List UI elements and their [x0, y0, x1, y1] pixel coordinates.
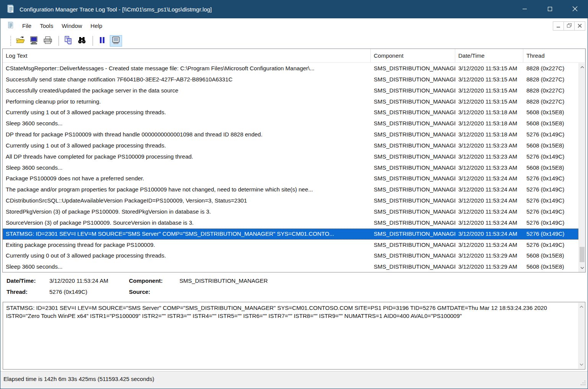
column-header-component[interactable]: Component	[371, 49, 455, 62]
cell-component: SMS_DISTRIBUTION_MANAGER	[371, 250, 455, 261]
table-row[interactable]: STATMSG: ID=2301 SEV=I LEV=M SOURCE="SMS…	[3, 229, 578, 240]
detail-scroll-down-icon[interactable]	[578, 361, 585, 368]
table-row[interactable]: Sleep 3600 seconds...SMS_DISTRIBUTION_MA…	[3, 261, 578, 272]
mdi-minimize-icon	[557, 23, 560, 29]
remote-computer-icon	[29, 36, 39, 46]
error-lookup-button[interactable]	[110, 35, 122, 47]
menu-help[interactable]: Help	[86, 20, 107, 31]
table-row[interactable]: StoredPkgVersion (3) of package PS100009…	[3, 206, 578, 217]
table-row[interactable]: SourceVersion (3) of package PS100009. S…	[3, 217, 578, 229]
mdi-document-icon	[7, 21, 14, 30]
table-row[interactable]: Sleep 3600 seconds...SMS_DISTRIBUTION_MA…	[3, 118, 578, 129]
log-table-header: Log Text Component Date/Time Thread	[3, 49, 585, 63]
cell-text: Sleep 3600 seconds...	[3, 118, 371, 129]
cell-datetime: 3/12/2020 11:53:24 AM	[455, 173, 523, 184]
detail-scrollbar[interactable]	[578, 303, 585, 369]
cell-thread: 5276 (0x149C)	[523, 129, 578, 140]
cell-text: The package and/or program properties fo…	[3, 184, 371, 195]
cell-datetime: 3/12/2020 11:53:18 AM	[455, 107, 523, 118]
cell-text: Performing cleanup prior to returning.	[3, 96, 371, 107]
table-row[interactable]: Currently using 0 out of 3 allowed packa…	[3, 250, 578, 261]
log-scrollbar[interactable]	[578, 63, 585, 272]
cell-component: SMS_DISTRIBUTION_MANAGER	[371, 74, 455, 85]
cell-datetime: 3/12/2020 11:53:29 AM	[455, 261, 523, 272]
table-row[interactable]: Performing cleanup prior to returning.SM…	[3, 96, 578, 107]
log-scrollbar-thumb[interactable]	[580, 247, 585, 262]
cell-datetime: 3/12/2020 11:53:24 AM	[455, 195, 523, 206]
detail-datetime-value: 3/12/2020 11:53:24 AM	[49, 277, 108, 284]
cell-thread: 5276 (0x149C)	[523, 173, 578, 184]
cell-text: StoredPkgVersion (3) of package PS100009…	[3, 206, 371, 217]
cell-component: SMS_DISTRIBUTION_MANAGER	[371, 162, 455, 173]
column-header-datetime[interactable]: Date/Time	[455, 49, 523, 62]
cell-component: SMS_DISTRIBUTION_MANAGER	[371, 261, 455, 272]
cell-thread: 5608 (0x15E8)	[523, 261, 578, 272]
menu-file[interactable]: File	[18, 20, 36, 31]
table-row[interactable]: The package and/or program properties fo…	[3, 184, 578, 195]
cell-thread: 5608 (0x15E8)	[523, 250, 578, 261]
table-row[interactable]: Currently using 1 out of 3 allowed packa…	[3, 107, 578, 118]
close-button[interactable]	[562, 0, 588, 18]
cell-text: Currently using 1 out of 3 allowed packa…	[3, 107, 371, 118]
table-row[interactable]: CDistributionSrcSQL::UpdateAvailableVers…	[3, 195, 578, 206]
cell-text: SourceVersion (3) of package PS100009. S…	[3, 217, 371, 229]
log-table: Log Text Component Date/Time Thread CSta…	[2, 49, 586, 272]
table-row[interactable]: DP thread for package PS100009 with thre…	[3, 129, 578, 140]
table-row[interactable]: Successfully created/updated the package…	[3, 85, 578, 96]
copy-button[interactable]	[62, 35, 74, 47]
cell-component: SMS_DISTRIBUTION_MANAGER	[371, 140, 455, 151]
maximize-button[interactable]	[537, 0, 562, 18]
cell-thread: 5276 (0x149C)	[523, 184, 578, 195]
table-row[interactable]: CStateMsgReporter::DeliverMessages - Cre…	[3, 63, 578, 74]
toolbar-grip[interactable]	[10, 36, 11, 46]
titlebar: Configuration Manager Trace Log Tool - […	[0, 0, 588, 18]
cell-component: SMS_DISTRIBUTION_MANAGER	[371, 151, 455, 162]
detail-message-text: STATMSG: ID=2301 SEV=I LEV=M SOURCE="SMS…	[6, 304, 575, 320]
cell-component: SMS_DISTRIBUTION_MANAGER	[371, 118, 455, 129]
detail-source-label: Source:	[129, 289, 150, 295]
detail-component-label: Component:	[129, 277, 163, 284]
cell-text: CStateMsgReporter::DeliverMessages - Cre…	[3, 63, 371, 74]
minimize-button[interactable]	[512, 0, 537, 18]
scroll-down-icon[interactable]	[579, 264, 585, 271]
table-row[interactable]: Currently using 1 out of 3 allowed packa…	[3, 140, 578, 151]
column-header-logtext[interactable]: Log Text	[3, 49, 371, 62]
detail-message-box[interactable]: STATMSG: ID=2301 SEV=I LEV=M SOURCE="SMS…	[3, 302, 585, 370]
print-button[interactable]	[42, 35, 54, 47]
printer-icon	[43, 36, 52, 46]
copy-icon	[64, 36, 73, 46]
pause-button[interactable]	[96, 35, 108, 47]
cell-text: Successfully send state change notificat…	[3, 74, 371, 85]
menu-window[interactable]: Window	[57, 20, 86, 31]
scroll-up-icon[interactable]	[579, 64, 585, 71]
detail-scroll-up-icon[interactable]	[578, 303, 585, 310]
table-row[interactable]: Package PS100009 does not have a preferr…	[3, 173, 578, 184]
cell-text: All DP threads have completed for packag…	[3, 151, 371, 162]
cell-datetime: 3/12/2020 11:53:29 AM	[455, 250, 523, 261]
find-button[interactable]	[76, 35, 88, 47]
detail-pane: Date/Time: 3/12/2020 11:53:24 AM Compone…	[0, 272, 588, 302]
table-row[interactable]: Successfully send state change notificat…	[3, 74, 578, 85]
cell-thread: 5276 (0x149C)	[523, 229, 578, 240]
cell-datetime: 3/12/2020 11:53:24 AM	[455, 217, 523, 229]
cell-thread: 5276 (0x149C)	[523, 240, 578, 251]
cell-thread: 8828 (0x227C)	[523, 74, 578, 85]
cell-component: SMS_DISTRIBUTION_MANAGER	[371, 217, 455, 229]
resize-grip-icon[interactable]	[580, 380, 586, 387]
mdi-close-button[interactable]	[574, 21, 585, 31]
cell-datetime: 3/12/2020 11:53:18 AM	[455, 118, 523, 129]
cell-thread: 5608 (0x15E8)	[523, 140, 578, 151]
table-row[interactable]: Sleep 3600 seconds...SMS_DISTRIBUTION_MA…	[3, 162, 578, 173]
mdi-minimize-button[interactable]	[553, 21, 564, 31]
cell-thread: 5276 (0x149C)	[523, 195, 578, 206]
open-log-button[interactable]	[14, 35, 26, 47]
open-remote-button[interactable]	[28, 35, 40, 47]
menu-tools[interactable]: Tools	[36, 20, 57, 31]
column-header-thread[interactable]: Thread	[523, 49, 585, 62]
cell-component: SMS_DISTRIBUTION_MANAGER	[371, 63, 455, 74]
cell-text: STATMSG: ID=2301 SEV=I LEV=M SOURCE="SMS…	[3, 229, 371, 240]
table-row[interactable]: Exiting package processing thread for pa…	[3, 240, 578, 251]
table-row[interactable]: All DP threads have completed for packag…	[3, 151, 578, 162]
cell-component: SMS_DISTRIBUTION_MANAGER	[371, 96, 455, 107]
mdi-restore-button[interactable]	[564, 21, 575, 31]
